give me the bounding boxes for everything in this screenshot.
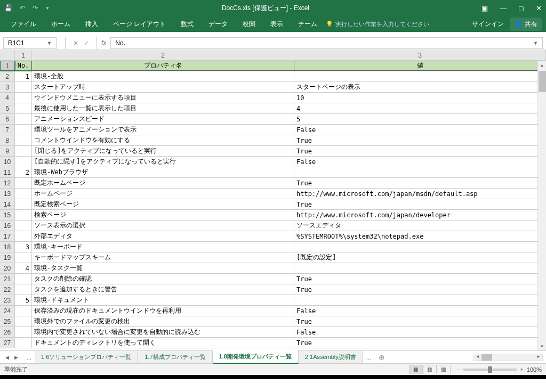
cell-val[interactable]: True bbox=[294, 178, 546, 188]
cell-val[interactable]: True bbox=[294, 274, 546, 284]
row-header[interactable]: 25 bbox=[0, 316, 15, 326]
cell-prop[interactable]: 既定ホームページ bbox=[32, 178, 294, 188]
cell-no[interactable]: 2 bbox=[15, 167, 32, 177]
cell-prop[interactable]: タスクの削除の確認 bbox=[32, 274, 294, 284]
row-header[interactable]: 18 bbox=[0, 242, 15, 252]
row-header[interactable]: 23 bbox=[0, 295, 15, 305]
cell-no[interactable] bbox=[15, 327, 32, 337]
cell-prop[interactable]: 検索ページ bbox=[32, 210, 294, 220]
cell-no[interactable] bbox=[15, 220, 32, 231]
cell-val[interactable]: False bbox=[294, 157, 546, 167]
cell-val[interactable]: True bbox=[294, 338, 546, 348]
cell-prop[interactable]: [自動的に隠す]をアクティブになっていると実行 bbox=[32, 157, 294, 167]
tab-more-left[interactable]: ... bbox=[23, 354, 35, 361]
cell-val[interactable]: スタートページの表示 bbox=[294, 82, 546, 92]
undo-icon[interactable]: ↶ bbox=[20, 4, 25, 12]
cell-no[interactable] bbox=[15, 274, 32, 284]
chevron-down-icon[interactable]: ▼ bbox=[533, 40, 538, 46]
row-header[interactable]: 11 bbox=[0, 167, 15, 177]
tab-home[interactable]: ホーム bbox=[45, 17, 77, 32]
sheet-tab-3[interactable]: 1.8開発環境プロパティ一覧 bbox=[213, 350, 299, 364]
name-box[interactable]: R1C1 ▼ bbox=[3, 37, 57, 49]
cell-val[interactable]: True bbox=[294, 316, 546, 326]
cell-prop[interactable]: 環境-Webブラウザ bbox=[32, 167, 294, 177]
qat-dropdown-icon[interactable]: ▼ bbox=[45, 6, 50, 11]
row-header[interactable]: 7 bbox=[0, 125, 15, 135]
row-header[interactable]: 16 bbox=[0, 220, 15, 231]
scroll-up-icon[interactable]: ▲ bbox=[538, 61, 546, 69]
cell-no[interactable]: 1 bbox=[15, 71, 32, 81]
horizontal-scrollbar[interactable]: ◄► bbox=[389, 354, 546, 361]
cancel-icon[interactable]: ✕ bbox=[73, 39, 78, 47]
row-header[interactable]: 21 bbox=[0, 274, 15, 284]
row-header[interactable]: 1 bbox=[0, 61, 15, 71]
cell-prop[interactable]: 最後に使用した一覧に表示した項目 bbox=[32, 103, 294, 113]
share-button[interactable]: 👤共有 bbox=[510, 18, 542, 31]
sheet-tab-1[interactable]: 1.6ソリューションプロパティ一覧 bbox=[35, 351, 138, 363]
cell-prop[interactable]: 環境-ドキュメント bbox=[32, 295, 294, 305]
cell-no[interactable]: 4 bbox=[15, 263, 32, 273]
cell-prop-header[interactable]: プロパティ名 bbox=[32, 61, 294, 71]
row-header[interactable]: 24 bbox=[0, 306, 15, 316]
tab-more-right[interactable]: ... bbox=[363, 354, 374, 361]
maximize-icon[interactable]: ◻ bbox=[518, 4, 524, 12]
cell-val[interactable]: True bbox=[294, 199, 546, 209]
cell-val[interactable] bbox=[294, 295, 546, 305]
row-header[interactable]: 2 bbox=[0, 71, 15, 81]
cell-prop[interactable]: 環境-全般 bbox=[32, 71, 294, 81]
cell-prop[interactable]: ウインドウメニューに表示する項目 bbox=[32, 93, 294, 103]
row-header[interactable]: 20 bbox=[0, 263, 15, 273]
cell-val-header[interactable]: 値 bbox=[294, 61, 546, 71]
cell-prop[interactable]: コメントウインドウを有効にする bbox=[32, 135, 294, 145]
cell-prop[interactable]: 環境内で変更されていない場合に変更を自動的に読み込む bbox=[32, 327, 294, 337]
zoom-out-icon[interactable]: − bbox=[457, 366, 460, 373]
grid-rows[interactable]: 1No.プロパティ名値 21環境-全般3スタートアップ時スタートページの表示4ウ… bbox=[0, 61, 546, 350]
row-header[interactable]: 15 bbox=[0, 210, 15, 220]
view-normal-icon[interactable]: ▦ bbox=[409, 365, 423, 374]
cell-no[interactable] bbox=[15, 189, 32, 199]
tell-me[interactable]: 💡実行したい作業を入力してください bbox=[326, 20, 429, 28]
confirm-icon[interactable]: ✓ bbox=[84, 39, 89, 47]
cell-no[interactable] bbox=[15, 135, 32, 145]
cell-val[interactable]: True bbox=[294, 146, 546, 156]
cell-val[interactable] bbox=[294, 167, 546, 177]
cell-no[interactable] bbox=[15, 103, 32, 113]
row-header[interactable]: 6 bbox=[0, 114, 15, 124]
row-header[interactable]: 4 bbox=[0, 93, 15, 103]
cell-prop[interactable]: 既定検索ページ bbox=[32, 199, 294, 209]
cell-no[interactable] bbox=[15, 306, 32, 316]
zoom-in-icon[interactable]: + bbox=[520, 366, 523, 373]
cell-val[interactable]: %SYSTEMROOT%\system32\notepad.exe bbox=[294, 231, 546, 241]
col-header-3[interactable]: 3 bbox=[294, 50, 546, 60]
zoom-slider[interactable] bbox=[463, 369, 517, 371]
sheet-tab-4[interactable]: 2.1Assembly説明書 bbox=[299, 351, 363, 363]
cell-val[interactable]: False bbox=[294, 327, 546, 337]
scroll-thumb[interactable] bbox=[539, 71, 546, 92]
select-all-corner[interactable] bbox=[0, 50, 15, 60]
cell-no[interactable] bbox=[15, 178, 32, 188]
cell-prop[interactable]: ドキュメントのディレクトリを使って開く bbox=[32, 338, 294, 348]
cell-val[interactable]: ソースエディタ bbox=[294, 220, 546, 231]
cell-val[interactable]: 10 bbox=[294, 93, 546, 103]
cell-val[interactable] bbox=[294, 263, 546, 273]
redo-icon[interactable]: ↷ bbox=[33, 4, 38, 12]
save-icon[interactable]: 💾 bbox=[4, 4, 12, 12]
cell-prop[interactable]: 環境外でのファイルの変更の検出 bbox=[32, 316, 294, 326]
tab-insert[interactable]: 挿入 bbox=[79, 17, 105, 32]
row-header[interactable]: 22 bbox=[0, 284, 15, 295]
cell-no[interactable] bbox=[15, 157, 32, 167]
tab-prev-icon[interactable]: ◄ bbox=[4, 354, 10, 361]
cell-no[interactable] bbox=[15, 125, 32, 135]
cell-prop[interactable]: 環境ツールをアニメーションで表示 bbox=[32, 125, 294, 135]
formula-input[interactable]: No. ▼ bbox=[110, 37, 543, 49]
cell-prop[interactable]: スタートアップ時 bbox=[32, 82, 294, 92]
cell-prop[interactable]: 環境-キーボード bbox=[32, 242, 294, 252]
cell-prop[interactable]: ホームページ bbox=[32, 189, 294, 199]
cell-val[interactable]: False bbox=[294, 306, 546, 316]
row-header[interactable]: 3 bbox=[0, 82, 15, 92]
tab-review[interactable]: 校閲 bbox=[236, 17, 262, 32]
cell-no[interactable] bbox=[15, 338, 32, 348]
row-header[interactable]: 17 bbox=[0, 231, 15, 241]
cell-no[interactable] bbox=[15, 93, 32, 103]
cell-prop[interactable]: キーボードマップスキーム bbox=[32, 252, 294, 263]
